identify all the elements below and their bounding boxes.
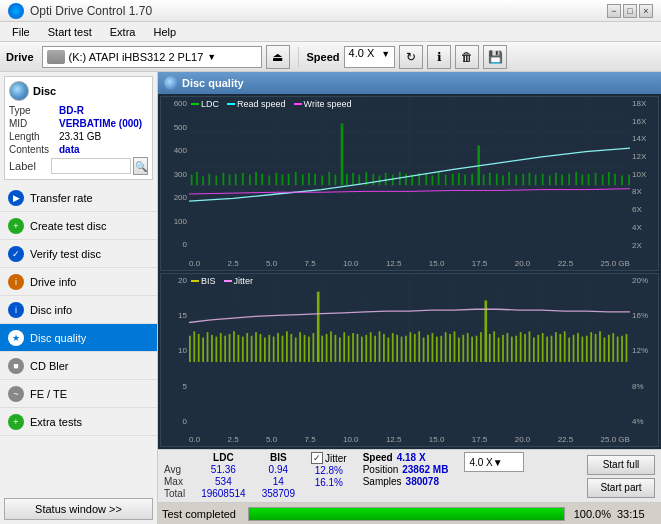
svg-rect-37 bbox=[328, 172, 330, 185]
start-full-button[interactable]: Start full bbox=[587, 455, 655, 475]
menu-file[interactable]: File bbox=[4, 24, 38, 40]
speed-dropdown-val: 4.0 X bbox=[469, 457, 492, 468]
sidebar-item-extra-tests[interactable]: + Extra tests bbox=[0, 408, 157, 436]
svg-rect-72 bbox=[555, 173, 557, 185]
svg-rect-101 bbox=[207, 332, 209, 362]
minimize-button[interactable]: − bbox=[607, 4, 621, 18]
svg-rect-105 bbox=[224, 335, 226, 361]
bottom-x-axis: 0.02.55.07.510.0 12.515.017.520.022.525.… bbox=[189, 435, 630, 444]
sidebar-item-transfer-rate[interactable]: ▶ Transfer rate bbox=[0, 184, 157, 212]
svg-rect-146 bbox=[405, 335, 407, 361]
svg-rect-99 bbox=[198, 333, 200, 361]
close-button[interactable]: × bbox=[639, 4, 653, 18]
top-x-axis: 0.02.55.07.510.0 12.515.017.520.022.525.… bbox=[189, 259, 630, 268]
disc-contents-val: data bbox=[59, 144, 80, 155]
svg-rect-81 bbox=[614, 174, 616, 185]
sidebar-item-drive-info[interactable]: i Drive info bbox=[0, 268, 157, 296]
svg-rect-53 bbox=[432, 175, 434, 185]
speed-value: 4.0 X bbox=[349, 47, 375, 59]
speed-dropdown-arrow: ▼ bbox=[493, 457, 503, 468]
label-search-button[interactable]: 🔍 bbox=[133, 157, 148, 175]
bis-max: 14 bbox=[262, 476, 295, 487]
legend-write-speed: Write speed bbox=[294, 99, 352, 109]
svg-rect-112 bbox=[255, 332, 257, 362]
speed-row: Speed 4.18 X bbox=[363, 452, 449, 463]
svg-rect-160 bbox=[467, 333, 469, 362]
refresh-button[interactable]: ↻ bbox=[399, 45, 423, 69]
eject-button[interactable]: ⏏ bbox=[266, 45, 290, 69]
svg-rect-64 bbox=[502, 175, 504, 185]
total-label: Total bbox=[164, 488, 185, 499]
cd-bler-icon: ■ bbox=[8, 358, 24, 374]
svg-rect-56 bbox=[452, 174, 454, 185]
svg-rect-193 bbox=[612, 333, 614, 362]
sidebar-item-disc-info[interactable]: i Disc info bbox=[0, 296, 157, 324]
svg-rect-97 bbox=[189, 335, 191, 361]
disc-contents-key: Contents bbox=[9, 144, 59, 155]
label-input[interactable] bbox=[51, 158, 131, 174]
svg-rect-179 bbox=[551, 335, 553, 361]
top-y-axis-right: 18X 16X 14X 12X 10X 8X 6X 4X 2X bbox=[630, 97, 658, 252]
svg-rect-165 bbox=[489, 333, 491, 361]
svg-rect-18 bbox=[202, 176, 204, 185]
speed-select[interactable]: 4.0 X ▼ bbox=[344, 46, 396, 68]
menu-extra[interactable]: Extra bbox=[102, 24, 144, 40]
sidebar-item-fe-te[interactable]: ~ FE / TE bbox=[0, 380, 157, 408]
bottom-y-axis-left: 20 15 10 5 0 bbox=[161, 274, 189, 429]
start-part-button[interactable]: Start part bbox=[587, 478, 655, 498]
svg-rect-186 bbox=[581, 336, 583, 362]
sidebar-label-disc-quality: Disc quality bbox=[30, 332, 86, 344]
svg-rect-163 bbox=[480, 332, 482, 362]
stats-labels-col: Avg Max Total bbox=[164, 452, 185, 500]
maximize-button[interactable]: □ bbox=[623, 4, 637, 18]
svg-rect-124 bbox=[308, 336, 310, 362]
sidebar-item-disc-quality[interactable]: ★ Disc quality bbox=[0, 324, 157, 352]
svg-rect-166 bbox=[493, 331, 495, 362]
svg-rect-145 bbox=[401, 336, 403, 362]
erase-button[interactable]: 🗑 bbox=[455, 45, 479, 69]
jitter-checkbox[interactable]: ✓ Jitter bbox=[311, 452, 347, 464]
toolbar-separator bbox=[298, 47, 299, 67]
speed-dropdown[interactable]: 4.0 X ▼ bbox=[464, 452, 524, 472]
disc-contents-row: Contents data bbox=[9, 144, 148, 155]
status-window-button[interactable]: Status window >> bbox=[4, 498, 153, 520]
svg-rect-141 bbox=[383, 333, 385, 361]
sidebar-label-create-test-disc: Create test disc bbox=[30, 220, 106, 232]
info-button[interactable]: ℹ bbox=[427, 45, 451, 69]
sidebar-item-create-test-disc[interactable]: + Create test disc bbox=[0, 212, 157, 240]
svg-rect-178 bbox=[546, 336, 548, 362]
svg-rect-150 bbox=[423, 337, 425, 362]
sidebar-item-cd-bler[interactable]: ■ CD Bler bbox=[0, 352, 157, 380]
verify-test-disc-icon: ✓ bbox=[8, 246, 24, 262]
svg-rect-184 bbox=[573, 334, 575, 361]
svg-rect-20 bbox=[215, 175, 217, 185]
bottom-y-axis-right: 20% 16% 12% 8% 4% bbox=[630, 274, 658, 429]
svg-rect-29 bbox=[275, 173, 277, 185]
drive-select[interactable]: (K:) ATAPI iHBS312 2 PL17 ▼ bbox=[42, 46, 262, 68]
read-speed-color bbox=[227, 103, 235, 105]
save-button[interactable]: 💾 bbox=[483, 45, 507, 69]
titlebar-controls[interactable]: − □ × bbox=[607, 4, 653, 18]
svg-rect-75 bbox=[575, 172, 577, 185]
sidebar-item-verify-test-disc[interactable]: ✓ Verify test disc bbox=[0, 240, 157, 268]
svg-rect-192 bbox=[608, 334, 610, 361]
svg-rect-22 bbox=[229, 175, 231, 186]
svg-rect-133 bbox=[348, 335, 350, 361]
jitter-max: 16.1% bbox=[311, 477, 347, 488]
svg-rect-35 bbox=[314, 174, 316, 185]
svg-rect-147 bbox=[410, 332, 412, 362]
svg-rect-73 bbox=[561, 175, 563, 186]
jitter-checkbox-box[interactable]: ✓ bbox=[311, 452, 323, 464]
svg-rect-130 bbox=[335, 334, 337, 361]
svg-rect-183 bbox=[568, 337, 570, 362]
menu-help[interactable]: Help bbox=[145, 24, 184, 40]
stats-table: Avg Max Total LDC 51.36 534 19608514 BIS… bbox=[164, 452, 524, 500]
svg-rect-106 bbox=[229, 333, 231, 361]
disc-header-label: Disc bbox=[33, 85, 56, 97]
menu-start-test[interactable]: Start test bbox=[40, 24, 100, 40]
disc-length-key: Length bbox=[9, 131, 59, 142]
svg-rect-142 bbox=[387, 337, 389, 362]
svg-rect-52 bbox=[425, 174, 427, 185]
svg-rect-171 bbox=[515, 335, 517, 361]
svg-rect-98 bbox=[193, 331, 195, 362]
